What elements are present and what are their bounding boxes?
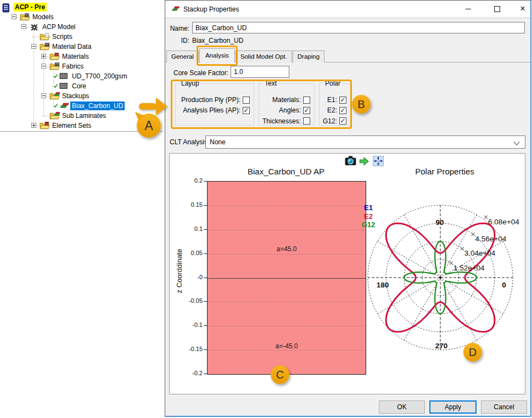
collapse-icon[interactable] xyxy=(41,64,46,69)
tree-item-label: Material Data xyxy=(51,42,93,51)
tree-item-label: Materials xyxy=(60,52,91,61)
tab-general[interactable]: General xyxy=(166,50,199,63)
maximize-button[interactable] xyxy=(487,2,507,16)
close-icon: × xyxy=(520,4,525,13)
folder-stackup-icon xyxy=(49,92,60,100)
tree-item-label: Stackups xyxy=(60,92,91,100)
folder-fabric-icon xyxy=(49,63,60,71)
tree-item-label: Models xyxy=(31,13,55,21)
y-tick-mark xyxy=(204,374,207,374)
fit-view-icon[interactable] xyxy=(373,156,384,168)
radial-value-label: 3.04e+04 xyxy=(464,249,496,257)
bar-gridline xyxy=(208,254,366,255)
y-tick-mark xyxy=(204,181,207,182)
polar-spoke xyxy=(440,278,477,340)
x-marker-icon xyxy=(450,262,453,265)
expand-icon[interactable] xyxy=(41,54,46,59)
x-marker-icon xyxy=(484,216,488,219)
tree-item-material-data[interactable]: Material Data xyxy=(0,42,163,52)
collapse-icon[interactable] xyxy=(31,44,36,49)
radial-value-label: 1.52e+04 xyxy=(453,264,485,272)
folder-fabric-icon xyxy=(40,43,50,51)
tree-connector xyxy=(42,116,49,116)
bar-gridline xyxy=(208,326,366,326)
close-button[interactable]: × xyxy=(513,2,532,16)
y-tick-mark xyxy=(204,325,207,326)
y-tick-mark xyxy=(204,278,207,278)
callout-badge-d: D xyxy=(463,343,482,361)
angle-label: 180 xyxy=(377,281,389,289)
y-tick-mark xyxy=(204,349,207,350)
y-tick-label: 0.15 xyxy=(178,201,203,208)
apply-button[interactable]: Apply xyxy=(429,400,477,414)
dialog-titlebar: Stackup Properties × xyxy=(165,1,530,18)
tree-item-label: Sub Laminates xyxy=(60,111,108,120)
clt-analysis-value: None xyxy=(210,138,226,146)
y-tick-label: -0.15 xyxy=(178,346,203,352)
camera-icon[interactable] xyxy=(345,156,356,168)
stackup-icon xyxy=(171,5,180,14)
gear-icon xyxy=(30,23,40,31)
collapse-icon[interactable] xyxy=(12,14,16,19)
collapse-icon[interactable] xyxy=(21,24,26,29)
tree-item-acp-pre[interactable]: ACP - Pre xyxy=(0,2,163,12)
clt-analysis-select[interactable]: None xyxy=(205,135,525,149)
y-tick-label: -0.2 xyxy=(178,370,203,376)
y-tick-mark xyxy=(204,229,207,230)
tree-item-models[interactable]: Models xyxy=(0,12,163,22)
collapse-icon[interactable] xyxy=(41,93,46,98)
chevron-down-icon xyxy=(513,139,519,145)
folder-material-icon xyxy=(49,53,60,61)
tree-item-label: Fabrics xyxy=(60,62,85,71)
expand-icon[interactable] xyxy=(31,123,36,128)
bar-gridline xyxy=(208,302,366,302)
minimize-button[interactable] xyxy=(458,2,478,16)
polar-chart-plot: 1.52e+043.04e+044.56e+046.08e+0490180027… xyxy=(363,188,526,375)
y-tick-mark xyxy=(204,205,207,206)
name-input[interactable] xyxy=(192,22,525,33)
y-tick-label: -0.1 xyxy=(178,321,203,328)
bar-gridline xyxy=(208,230,366,230)
check-icon: ✓ xyxy=(53,82,59,90)
tree-item-label: ACP - Pre xyxy=(13,3,47,12)
y-tick-label: 0.2 xyxy=(178,177,203,184)
angle-label: 270 xyxy=(435,342,448,350)
tree-item-core[interactable]: ✓Core xyxy=(0,81,163,91)
tab-solid-model-opt-[interactable]: Solid Model Opt. xyxy=(236,50,292,63)
clt-analysis-label: CLT Analysis: xyxy=(170,138,209,146)
y-tick-mark xyxy=(204,253,207,254)
tree-item-label: ACP Model xyxy=(41,22,77,31)
y-tick-label: -0.05 xyxy=(178,297,203,304)
ok-button[interactable]: OK xyxy=(379,400,425,414)
folder-page-icon xyxy=(40,33,50,41)
tree-item-label: Scripts xyxy=(51,32,74,41)
folder-stackup-icon xyxy=(49,112,60,120)
callout-badge-b: B xyxy=(352,95,371,114)
tab-draping[interactable]: Draping xyxy=(293,50,324,63)
stackup-icon xyxy=(59,102,70,110)
callout-badge-a: A xyxy=(137,114,161,138)
ply-angle-label: a=-45.0 xyxy=(208,342,366,350)
cancel-button[interactable]: Cancel xyxy=(481,400,527,414)
tree-item-acp-model[interactable]: ACP Model xyxy=(0,22,163,32)
options-highlight xyxy=(171,80,352,129)
tree-item-fabrics[interactable]: Fabrics xyxy=(0,61,163,71)
bar-chart-title: Biax_Carbon_UD AP xyxy=(207,167,365,176)
core-scale-factor-input[interactable] xyxy=(231,66,289,78)
tree-item-label: Core xyxy=(70,82,88,91)
tree-item-scripts[interactable]: Scripts xyxy=(0,32,163,42)
bar-gridline xyxy=(208,350,366,351)
tree-item-materials[interactable]: Materials xyxy=(0,52,163,61)
forward-arrow-icon[interactable] xyxy=(359,157,369,167)
polar-spoke xyxy=(440,241,503,278)
tree-item-label: UD_T700_200gsm xyxy=(70,72,129,81)
radial-value-label: 4.56e+04 xyxy=(475,235,507,243)
book-icon xyxy=(2,3,13,12)
tree-connector xyxy=(32,37,39,37)
bar-chart-ylabel: z Coorddinate xyxy=(175,249,183,293)
polar-center-dot xyxy=(439,276,441,279)
tree-item-ud-t700-200gsm[interactable]: ✓UD_T700_200gsm xyxy=(0,71,163,81)
callout-badge-c: C xyxy=(271,365,289,384)
fabric-icon xyxy=(59,82,70,91)
y-tick-mark xyxy=(204,301,207,302)
